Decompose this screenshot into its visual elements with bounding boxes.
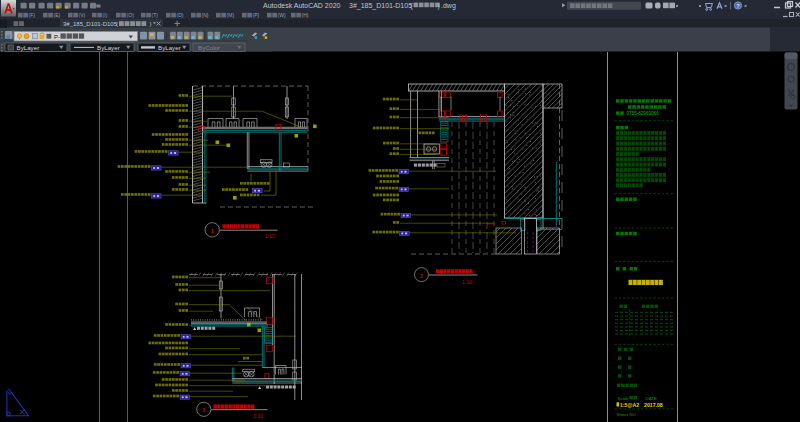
svg-text:(: ( [116, 21, 118, 27]
svg-text:Autodesk AutoCAD 2020: Autodesk AutoCAD 2020 [263, 2, 341, 9]
svg-text:1:10: 1:10 [462, 279, 472, 285]
svg-text:.dwg: .dwg [441, 2, 456, 10]
svg-text:): ) [438, 2, 440, 10]
svg-text:2: 2 [420, 273, 423, 279]
svg-text:(F): (F) [29, 12, 36, 18]
svg-text:(D): (D) [177, 12, 184, 18]
svg-text:Scale: Scale [618, 396, 630, 401]
svg-text:(O): (O) [127, 12, 135, 18]
svg-text:ByLayer: ByLayer [158, 44, 181, 51]
svg-text:(P): (P) [253, 12, 260, 18]
svg-text:(H): (H) [302, 12, 309, 18]
svg-text:(N): (N) [202, 12, 209, 18]
svg-text:(V): (V) [79, 12, 86, 18]
svg-text:1:10: 1:10 [253, 413, 263, 419]
svg-text:(T): (T) [152, 12, 159, 18]
svg-text:(E): (E) [54, 12, 61, 18]
svg-text:1: 1 [211, 228, 214, 234]
svg-text:2017.08: 2017.08 [644, 402, 663, 408]
svg-text:3: 3 [202, 407, 205, 413]
svg-text:Sheet: Sheet [617, 412, 629, 417]
svg-text:(M): (M) [227, 12, 235, 18]
svg-text:NO: NO [630, 412, 637, 417]
svg-text:ByColor: ByColor [198, 44, 220, 51]
svg-text:ByLayer: ByLayer [97, 44, 120, 51]
svg-text:0755-82969066: 0755-82969066 [627, 111, 660, 116]
svg-text:P-: P- [54, 34, 60, 40]
svg-text:1:5@A2: 1:5@A2 [620, 402, 639, 408]
svg-text:(W): (W) [278, 12, 286, 18]
svg-text:) *: ) * [150, 21, 157, 27]
svg-text:DATE: DATE [646, 396, 657, 401]
svg-text:3#_185_D101-D105: 3#_185_D101-D105 [63, 21, 118, 27]
svg-text:1:10: 1:10 [265, 233, 275, 239]
svg-text:ByLayer: ByLayer [17, 44, 40, 51]
svg-text:3#_185_D101-D105: 3#_185_D101-D105 [349, 2, 412, 10]
svg-text:(I): (I) [103, 12, 108, 18]
